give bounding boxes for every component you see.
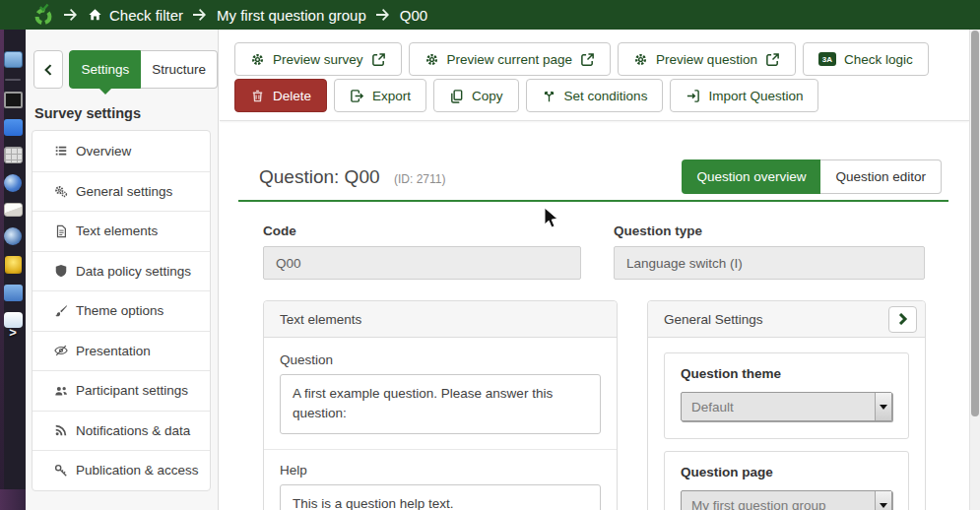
os-dock: > xyxy=(0,30,26,510)
button-label: Delete xyxy=(273,89,311,103)
code-input[interactable]: Q00 xyxy=(263,246,581,280)
top-navigation-bar: Check filter My first question group Q00 xyxy=(0,0,980,30)
button-label: Preview survey xyxy=(273,52,363,67)
export-button[interactable]: Export xyxy=(334,79,426,112)
breadcrumb-label: Q00 xyxy=(400,7,427,24)
trash-icon xyxy=(250,89,265,103)
sidebar-item-label: Theme options xyxy=(76,303,163,318)
preview-survey-button[interactable]: Preview survey xyxy=(234,42,402,76)
file-icon xyxy=(54,224,68,238)
gear-icon xyxy=(250,52,265,67)
sidebar-item-label: Data policy settings xyxy=(76,264,191,279)
sidebar-item-label: Participant settings xyxy=(76,383,188,398)
sidebar-item-notifications-data[interactable]: Notifications & data xyxy=(33,411,210,451)
import-icon xyxy=(686,89,700,103)
logic-icon: 3A xyxy=(818,52,836,66)
search-icon[interactable] xyxy=(4,227,22,245)
sidebar-item-data-policy[interactable]: Data policy settings xyxy=(33,251,210,291)
tab-label: Structure xyxy=(152,62,206,77)
chevron-right-icon xyxy=(898,313,908,325)
breadcrumb-question[interactable]: Q00 xyxy=(400,7,427,24)
survey-sidebar: Settings Structure Survey settings Overv… xyxy=(26,30,219,510)
question-type-input[interactable]: Language switch (I) xyxy=(614,246,925,280)
gears-icon xyxy=(54,184,68,198)
calculator-icon[interactable] xyxy=(4,147,23,163)
breadcrumb-arrow-icon xyxy=(193,9,207,21)
external-link-icon xyxy=(765,52,780,67)
sidebar-item-general-settings[interactable]: General settings xyxy=(33,171,210,212)
help-text-label: Help xyxy=(280,463,601,478)
file-manager-icon[interactable] xyxy=(4,285,23,301)
question-page-group: Question page My first question group xyxy=(664,451,909,510)
gear-icon xyxy=(633,52,648,67)
expand-settings-button[interactable] xyxy=(888,306,917,333)
tab-label: Settings xyxy=(81,62,129,77)
home-icon xyxy=(88,8,102,22)
trophy-icon[interactable] xyxy=(5,256,22,274)
breadcrumb-label: My first question group xyxy=(217,7,366,24)
question-text-box[interactable]: A first example question. Please answer … xyxy=(280,374,601,434)
import-question-button[interactable]: Import Question xyxy=(670,79,818,112)
copy-icon xyxy=(449,89,464,103)
delete-button[interactable]: Delete xyxy=(234,79,327,112)
view-switcher: Question overview Question editor xyxy=(682,159,942,194)
button-label: Preview current page xyxy=(447,52,573,67)
sidebar-item-participant-settings[interactable]: Participant settings xyxy=(33,370,210,411)
dropdown-arrow-icon xyxy=(875,393,891,420)
limesurvey-logo-icon xyxy=(33,3,54,27)
main-content: Preview survey Preview current page Prev… xyxy=(220,30,969,510)
copy-button[interactable]: Copy xyxy=(433,79,519,112)
check-logic-button[interactable]: 3A Check logic xyxy=(803,42,929,76)
sidebar-collapse-button[interactable] xyxy=(33,50,63,89)
code-label: Code xyxy=(263,223,581,238)
panel-divider xyxy=(264,449,617,450)
preview-question-button[interactable]: Preview question xyxy=(618,42,796,76)
button-label: Export xyxy=(372,89,411,103)
question-id-badge: (ID: 2711) xyxy=(394,172,445,186)
sidebar-item-publication-access[interactable]: Publication & access xyxy=(33,450,210,490)
gear-icon xyxy=(425,52,439,67)
scrollbar-thumb[interactable] xyxy=(971,31,979,416)
panel-title: Text elements xyxy=(280,312,361,327)
external-link-icon xyxy=(580,52,595,67)
tab-settings[interactable]: Settings xyxy=(69,50,141,89)
brush-icon xyxy=(54,304,68,318)
tab-label: Question editor xyxy=(835,169,926,184)
page-title-wrap: Question: Q00 (ID: 2711) xyxy=(259,166,445,188)
selected-value: Default xyxy=(682,400,875,414)
breadcrumb-label: Check filter xyxy=(109,7,183,24)
terminal-icon[interactable] xyxy=(4,92,23,108)
limesurvey-app: Check filter My first question group Q00… xyxy=(0,0,980,510)
window-icon[interactable] xyxy=(4,119,23,136)
sidebar-item-presentation[interactable]: Presentation xyxy=(33,331,210,371)
browser-globe-icon[interactable] xyxy=(4,174,22,192)
tab-question-overview[interactable]: Question overview xyxy=(682,159,820,194)
tab-structure[interactable]: Structure xyxy=(141,50,218,89)
dock-separator xyxy=(5,79,21,81)
text-elements-header: Text elements xyxy=(264,301,617,338)
list-icon xyxy=(54,144,68,158)
export-icon xyxy=(350,89,364,103)
question-toolbar: Preview survey Preview current page Prev… xyxy=(220,30,969,121)
sidebar-item-overview[interactable]: Overview xyxy=(33,131,210,171)
question-theme-label: Question theme xyxy=(681,366,892,381)
tab-question-editor[interactable]: Question editor xyxy=(820,159,942,194)
breadcrumb-check-filter[interactable]: Check filter xyxy=(88,7,183,24)
question-theme-group: Question theme Default xyxy=(664,352,909,439)
sidebar-item-theme-options[interactable]: Theme options xyxy=(33,290,210,331)
display-icon[interactable] xyxy=(4,51,23,68)
dropdown-arrow-icon xyxy=(875,491,891,510)
sidebar-item-text-elements[interactable]: Text elements xyxy=(33,211,210,251)
mail-icon[interactable] xyxy=(4,203,23,217)
question-theme-select[interactable]: Default xyxy=(681,392,892,421)
sidebar-item-label: Notifications & data xyxy=(76,423,190,438)
shield-icon xyxy=(54,264,68,278)
sidebar-item-label: Publication & access xyxy=(76,463,199,478)
set-conditions-button[interactable]: Set conditions xyxy=(526,79,664,112)
question-page-select[interactable]: My first question group xyxy=(681,490,892,510)
preview-current-page-button[interactable]: Preview current page xyxy=(409,42,612,76)
sidebar-item-label: Presentation xyxy=(76,344,151,358)
help-text-box[interactable]: This is a question help text. xyxy=(280,484,601,510)
panel-title: General Settings xyxy=(664,312,763,327)
breadcrumb-question-group[interactable]: My first question group xyxy=(217,7,366,24)
